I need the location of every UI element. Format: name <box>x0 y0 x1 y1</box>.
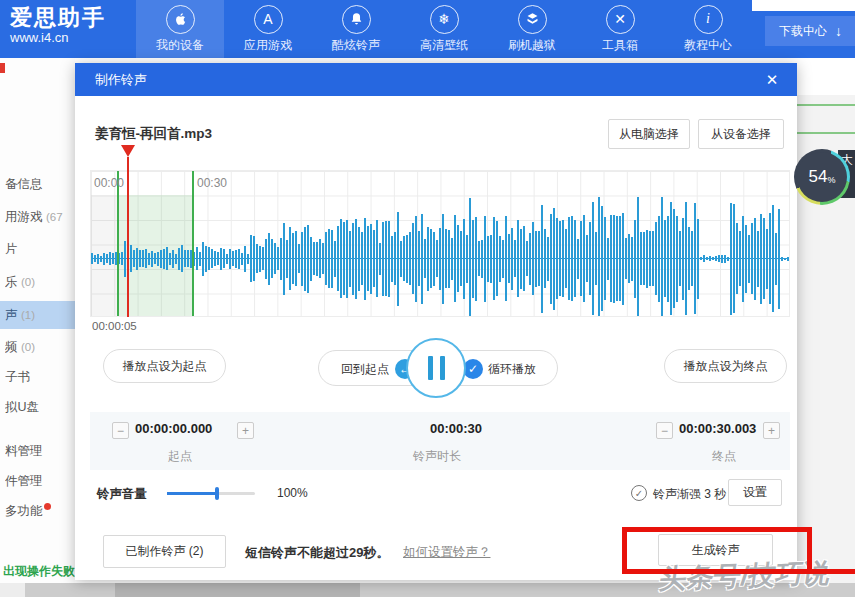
main-nav: 我的设备 A 应用游戏 酷炫铃声 ❄ 高清壁纸 刷机越狱 ✕ 工具箱 i <box>136 0 752 58</box>
sidebar-item-data-manage[interactable]: 料管理 <box>5 443 75 460</box>
download-icon: ↓ <box>835 23 842 39</box>
set-start-button[interactable]: 播放点设为起点 <box>103 349 226 383</box>
howto-set-ringtone-link[interactable]: 如何设置铃声？ <box>403 544 491 561</box>
nav-my-device[interactable]: 我的设备 <box>136 0 224 58</box>
volume-slider-handle[interactable] <box>215 487 219 500</box>
timeline-label-30: 00:30 <box>197 176 227 190</box>
start-plus-button[interactable]: + <box>237 422 254 439</box>
playhead-time: 00:00:05 <box>92 320 137 332</box>
end-plus-button[interactable]: + <box>763 422 780 439</box>
toolbox-icon: ✕ <box>606 5 635 34</box>
wallpaper-icon: ❄ <box>430 5 459 34</box>
pick-from-pc-button[interactable]: 从电脑选择 <box>608 119 690 149</box>
red-annotation-line <box>810 569 855 574</box>
red-edge-mark <box>0 63 5 73</box>
sidebar-item-photos[interactable]: 片 <box>5 241 75 258</box>
playhead-marker[interactable] <box>121 145 135 157</box>
close-icon[interactable]: ✕ <box>761 69 783 91</box>
pause-button[interactable] <box>406 338 466 398</box>
window-top-notch <box>752 0 855 11</box>
sidebar-item-device-info[interactable]: 备信息 <box>5 176 75 193</box>
background-bottom-block <box>0 583 25 597</box>
end-minus-button[interactable]: − <box>656 422 673 439</box>
nav-apps-games[interactable]: A 应用游戏 <box>224 0 312 58</box>
dialog-titlebar: 制作铃声 <box>75 63 797 96</box>
timeline-label-0: 00:00 <box>94 176 124 190</box>
loop-play-label[interactable]: 循环播放 <box>488 361 536 378</box>
loop-check-icon[interactable]: ✓ <box>463 359 483 379</box>
selection-end-handle[interactable] <box>192 171 194 317</box>
background-green-line <box>797 132 855 134</box>
set-end-button[interactable]: 播放点设为终点 <box>664 349 787 383</box>
pick-from-device-button[interactable]: 从设备选择 <box>698 119 784 149</box>
background-bottom-block <box>115 583 360 597</box>
volume-slider[interactable] <box>167 492 255 495</box>
volume-label: 铃声音量 <box>97 486 147 503</box>
back-to-start-button[interactable]: 回到起点 <box>341 361 389 378</box>
sidebar-item-apps-games[interactable]: 用游戏 (67 <box>5 209 75 226</box>
pause-bar <box>428 356 433 380</box>
nav-label: 高清壁纸 <box>420 37 468 54</box>
nav-label: 工具箱 <box>602 37 638 54</box>
file-name: 姜育恒-再回首.mp3 <box>95 125 212 143</box>
bell-icon <box>342 5 371 34</box>
sidebar-item-ebooks[interactable]: 子书 <box>5 369 75 386</box>
red-annotation-rectangle <box>622 527 812 574</box>
nav-label: 刷机越狱 <box>508 37 556 54</box>
operation-failed-link[interactable]: 出现操作失败 <box>3 563 75 580</box>
start-minus-button[interactable]: − <box>112 422 129 439</box>
nav-label: 我的设备 <box>156 37 204 54</box>
logo-subtitle: www.i4.cn <box>10 30 106 46</box>
selection-start-handle[interactable] <box>117 171 119 317</box>
nav-tutorials[interactable]: i 教程中心 <box>664 0 752 58</box>
sidebar-item-more-functions[interactable]: 多功能 <box>5 503 75 520</box>
fade-check-icon[interactable]: ✓ <box>631 485 647 501</box>
app-logo[interactable]: 爱思助手 www.i4.cn <box>10 6 106 46</box>
settings-button[interactable]: 设置 <box>728 479 782 506</box>
start-time-value: 00:00:00.000 <box>135 421 212 436</box>
notification-dot <box>44 503 51 510</box>
pause-bar <box>440 356 445 380</box>
sms-hint-text: 短信铃声不能超过29秒。 <box>245 544 389 562</box>
volume-slider-fill <box>167 492 217 495</box>
background-green-line <box>797 104 855 106</box>
start-label: 起点 <box>168 448 192 465</box>
nav-label: 教程中心 <box>684 37 732 54</box>
end-label: 终点 <box>712 448 736 465</box>
sidebar-item-videos[interactable]: 频 (0) <box>5 339 75 356</box>
appstore-icon: A <box>254 5 283 34</box>
fade-label: 铃声渐强 3 秒 <box>653 486 726 503</box>
sidebar-item-ringtones[interactable]: 声 (1) <box>5 307 75 324</box>
nav-toolbox[interactable]: ✕ 工具箱 <box>576 0 664 58</box>
nav-jailbreak[interactable]: 刷机越狱 <box>488 0 576 58</box>
made-ringtones-button[interactable]: 已制作铃声 (2) <box>103 535 226 568</box>
nav-wallpapers[interactable]: ❄ 高清壁纸 <box>400 0 488 58</box>
duration-label: 铃声时长 <box>413 448 461 465</box>
nav-label: 应用游戏 <box>244 37 292 54</box>
left-sidebar: 备信息 用游戏 (67 片 乐 (0) 声 (1) 频 (0) 子书 拟U盘 料… <box>0 58 75 583</box>
battery-percent: 54% <box>797 152 847 202</box>
jailbreak-icon <box>518 5 547 34</box>
volume-percent: 100% <box>277 486 308 500</box>
app-window: 爱思助手 www.i4.cn 我的设备 A 应用游戏 酷炫铃声 ❄ 高清壁纸 <box>0 0 855 597</box>
battery-badge: 54% <box>794 149 850 205</box>
end-time-value: 00:00:30.003 <box>679 421 756 436</box>
download-center-button[interactable]: 下载中心 ↓ <box>765 16 855 46</box>
sidebar-item-usb-drive[interactable]: 拟U盘 <box>5 399 75 416</box>
download-center-label: 下载中心 <box>779 23 827 40</box>
duration-value: 00:00:30 <box>430 421 482 436</box>
sidebar-item-music[interactable]: 乐 (0) <box>5 274 75 291</box>
waveform-bars <box>91 196 790 317</box>
waveform-panel[interactable]: 00:00 00:30 <box>90 170 790 317</box>
values-panel: − 00:00:00.000 + 起点 00:00:30 铃声时长 − 00:0… <box>90 412 790 470</box>
logo-title: 爱思助手 <box>10 6 106 30</box>
make-ringtone-dialog: 制作铃声 ✕ 姜育恒-再回首.mp3 从电脑选择 从设备选择 00:00 00:… <box>75 63 797 580</box>
playhead-line[interactable] <box>127 157 129 317</box>
nav-label: 酷炫铃声 <box>332 37 380 54</box>
dialog-title: 制作铃声 <box>95 71 147 89</box>
apple-icon <box>166 5 195 34</box>
sidebar-item-file-manage[interactable]: 件管理 <box>5 473 75 490</box>
nav-ringtones[interactable]: 酷炫铃声 <box>312 0 400 58</box>
info-icon: i <box>694 5 723 34</box>
